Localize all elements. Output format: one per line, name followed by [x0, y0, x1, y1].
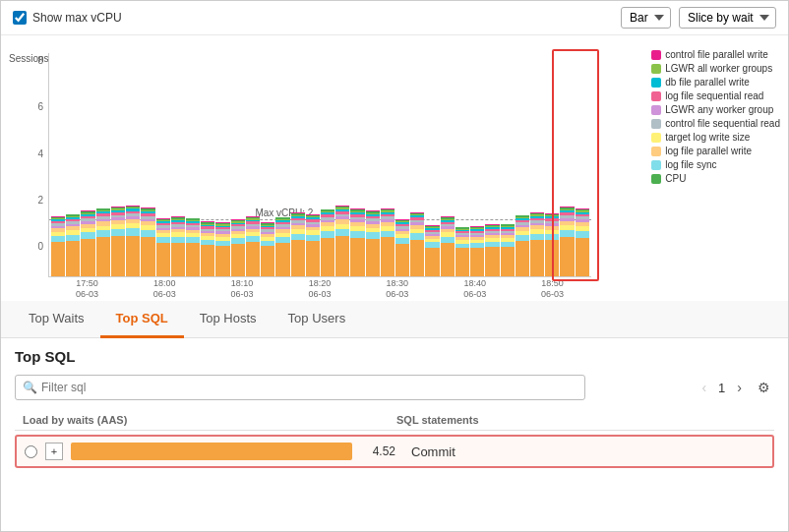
- filter-sql-input[interactable]: [15, 375, 585, 400]
- filter-row: 🔍 ‹ 1 › ⚙: [15, 375, 774, 400]
- bar-group: [560, 53, 574, 276]
- table-row[interactable]: + 4.52 Commit: [15, 435, 774, 468]
- settings-button[interactable]: ⚙: [754, 378, 774, 397]
- x-tick-6: 18:5006-03: [541, 278, 564, 301]
- tabs-bar: Top Waits Top SQL Top Hosts Top Users: [1, 301, 788, 338]
- filter-input-wrap: 🔍: [15, 375, 585, 400]
- bar-segment: [576, 231, 589, 238]
- bar-group: [395, 53, 409, 276]
- tab-top-hosts[interactable]: Top Hosts: [184, 301, 273, 338]
- bar-segment: [381, 237, 394, 276]
- y-tick-4: 4: [9, 148, 43, 159]
- bar-segment: [111, 229, 125, 236]
- bar-group: [51, 53, 65, 276]
- expand-button[interactable]: +: [45, 443, 63, 460]
- bar-segment: [350, 238, 364, 276]
- bar-segment: [441, 243, 455, 276]
- bar-segment: [321, 231, 334, 238]
- col-sql-header: SQL statements: [396, 414, 766, 426]
- bar-group: [215, 53, 229, 276]
- search-icon: 🔍: [23, 381, 37, 394]
- legend-label-1: LGWR all worker groups: [665, 63, 772, 74]
- tab-top-sql[interactable]: Top SQL: [100, 301, 184, 338]
- bar-segment: [231, 244, 245, 276]
- load-value: 4.52: [360, 444, 395, 458]
- bar-group: [410, 53, 424, 276]
- bar-segment: [410, 240, 424, 276]
- bar-segment: [66, 241, 80, 276]
- load-bar: [71, 443, 352, 460]
- bar-group: [485, 53, 499, 276]
- bar-segment: [186, 243, 200, 276]
- bar-group: [141, 53, 154, 276]
- bar-segment: [335, 236, 349, 276]
- bar-group: [381, 53, 394, 276]
- bar-group: [366, 53, 380, 276]
- show-max-vcpu-container: Show max vCPU: [13, 11, 122, 25]
- bar-segment: [560, 230, 574, 237]
- chart-inner: Max vCPU: 2: [48, 53, 591, 277]
- legend-color-8: [651, 160, 661, 170]
- bar-group: [126, 53, 140, 276]
- legend-label-7: log file parallel write: [665, 146, 752, 156]
- bar-group: [291, 53, 305, 276]
- legend-item-0: control file parallel write: [651, 49, 780, 60]
- bar-group: [96, 53, 110, 276]
- legend-color-4: [651, 105, 661, 115]
- legend-color-6: [651, 133, 661, 143]
- bar-segment: [455, 248, 469, 276]
- load-bar-wrap: 4.52: [71, 443, 395, 460]
- bar-segment: [81, 232, 94, 239]
- x-tick-2: 18:1006-03: [231, 278, 254, 301]
- bar-group: [501, 53, 515, 276]
- tab-top-waits[interactable]: Top Waits: [13, 301, 100, 338]
- prev-page-button[interactable]: ‹: [696, 378, 712, 397]
- tab-top-users[interactable]: Top Users: [273, 301, 362, 338]
- bar-segment: [470, 248, 484, 276]
- legend-item-7: log file parallel write: [651, 146, 780, 156]
- bar-group: [66, 53, 80, 276]
- bar-segment: [576, 238, 589, 276]
- slice-by-select[interactable]: Slice by wait: [679, 7, 776, 29]
- content-area: Top SQL 🔍 ‹ 1 › ⚙ Load by waits (AAS) SQ…: [1, 338, 788, 478]
- bar-segment: [366, 232, 380, 239]
- bar-segment: [291, 240, 305, 276]
- col-load-header: Load by waits (AAS): [23, 414, 396, 426]
- x-tick-5: 18:4006-03: [463, 278, 486, 301]
- bar-segment: [501, 247, 515, 276]
- y-axis: Sessions 8 6 4 2 0: [9, 55, 43, 252]
- y-tick-6: 6: [9, 101, 43, 112]
- bar-segment: [96, 237, 110, 276]
- top-bar-controls: Bar Slice by wait: [621, 7, 776, 29]
- legend-color-3: [651, 91, 661, 101]
- next-page-button[interactable]: ›: [731, 378, 748, 397]
- legend-color-1: [651, 64, 661, 74]
- bar-group: [545, 53, 559, 276]
- bar-segment: [425, 248, 439, 277]
- bar-segment: [261, 246, 274, 276]
- show-max-vcpu-checkbox[interactable]: [13, 11, 27, 25]
- page-number: 1: [718, 381, 725, 395]
- chart-type-select[interactable]: Bar: [621, 7, 671, 29]
- bar-group: [425, 53, 439, 276]
- legend-item-1: LGWR all worker groups: [651, 63, 780, 74]
- legend-label-2: db file parallel write: [665, 77, 750, 88]
- bar-group: [171, 53, 185, 276]
- bar-segment: [201, 245, 214, 276]
- bar-segment: [321, 238, 334, 276]
- sql-text: Commit: [395, 444, 455, 459]
- legend-item-5: control file sequential read: [651, 118, 780, 129]
- legend-color-7: [651, 147, 661, 156]
- bars-container: [49, 53, 591, 276]
- bar-segment: [96, 230, 110, 237]
- bar-group: [516, 53, 529, 276]
- legend-label-9: CPU: [665, 173, 686, 184]
- show-max-vcpu-label: Show max vCPU: [32, 11, 122, 25]
- legend-item-6: target log write size: [651, 132, 780, 143]
- row-radio[interactable]: [25, 445, 37, 458]
- bar-group: [321, 53, 334, 276]
- bar-group: [350, 53, 364, 276]
- bar-group: [201, 53, 214, 276]
- legend-color-0: [651, 50, 661, 60]
- bar-segment: [381, 231, 394, 238]
